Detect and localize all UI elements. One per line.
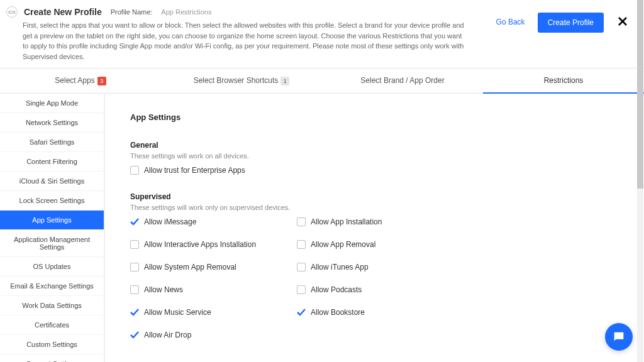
tab-badge: 1 [280, 77, 289, 85]
sidebar-item-general-settings[interactable]: General Settings [0, 354, 104, 362]
sidebar-item-single-app-mode[interactable]: Single App Mode [0, 94, 104, 113]
tab-label: Restrictions [544, 76, 584, 85]
sidebar-item-app-settings[interactable]: App Settings [0, 211, 104, 230]
group-desc: These settings will work on all devices. [130, 152, 619, 160]
option-allow-app-removal[interactable]: Allow App Removal [297, 240, 464, 249]
option-allow-interactive-apps-installation[interactable]: Allow Interactive Apps Installation [130, 240, 297, 249]
checkbox-checked-icon[interactable] [130, 217, 139, 226]
option-allow-bookstore[interactable]: Allow Bookstore [297, 308, 464, 317]
tab-restrictions[interactable]: Restrictions [483, 69, 644, 93]
option-label: Allow Podcasts [311, 285, 362, 294]
checkbox-unchecked-icon[interactable] [130, 166, 139, 175]
checkbox-checked-icon[interactable] [130, 308, 139, 317]
description: First, select the apps that you want to … [6, 20, 469, 62]
title-row: iOS Create New Profile Profile Name: App… [6, 6, 469, 18]
option-label: Allow iMessage [144, 217, 196, 226]
checkbox-unchecked-icon[interactable] [297, 285, 306, 294]
sidebar-item-icloud-siri-settings[interactable]: iCloud & Siri Settings [0, 172, 104, 191]
sidebar-item-content-filtering[interactable]: Content Filtering [0, 152, 104, 172]
checkbox-unchecked-icon[interactable] [297, 240, 306, 249]
option-allow-system-app-removal[interactable]: Allow System App Removal [130, 263, 297, 272]
sidebar-item-os-updates[interactable]: OS Updates [0, 257, 104, 277]
option-allow-news[interactable]: Allow News [130, 285, 297, 294]
checkbox-checked-icon[interactable] [297, 308, 306, 317]
scrollbar-thumb[interactable] [637, 0, 643, 189]
sidebar-item-custom-settings[interactable]: Custom Settings [0, 335, 104, 354]
os-badge: iOS [6, 6, 18, 18]
checkbox-unchecked-icon[interactable] [130, 240, 139, 249]
checkbox-unchecked-icon[interactable] [130, 285, 139, 294]
checkbox-unchecked-icon[interactable] [130, 263, 139, 272]
close-button[interactable] [614, 13, 631, 32]
sidebar-item-application-management-settings[interactable]: Application Management Settings [0, 230, 104, 257]
option-allow-podcasts[interactable]: Allow Podcasts [297, 285, 464, 294]
option-allow-app-installation[interactable]: Allow App Installation [297, 217, 464, 226]
group-title: General [130, 141, 619, 150]
header-right: Go Back Create Profile [494, 6, 631, 62]
option-label: Allow News [144, 285, 183, 294]
group-title: Supervised [130, 192, 619, 201]
header: iOS Create New Profile Profile Name: App… [0, 0, 644, 69]
tab-select-apps[interactable]: Select Apps3 [0, 69, 161, 93]
profile-name-label: Profile Name: [111, 8, 153, 16]
checkbox-unchecked-icon[interactable] [297, 263, 306, 272]
option-allow-itunes-app[interactable]: Allow iTunes App [297, 263, 464, 272]
sidebar-item-safari-settings[interactable]: Safari Settings [0, 133, 104, 152]
option-label: Allow System App Removal [144, 263, 236, 272]
section-heading: App Settings [130, 112, 619, 122]
option-label: Allow Music Service [144, 308, 211, 317]
option-label: Allow App Removal [311, 240, 375, 249]
tab-label: Select Brand / App Order [360, 76, 444, 85]
sidebar-item-network-settings[interactable]: Network Settings [0, 113, 104, 133]
tab-select-brand-app-order[interactable]: Select Brand / App Order [322, 69, 483, 93]
sidebar-item-email-exchange-settings[interactable]: Email & Exchange Settings [0, 277, 104, 296]
tab-label: Select Apps [55, 76, 94, 85]
sidebar: Single App ModeNetwork SettingsSafari Se… [0, 94, 104, 362]
create-profile-button[interactable]: Create Profile [538, 13, 604, 33]
option-label: Allow iTunes App [311, 263, 369, 272]
option-label: Allow Interactive Apps Installation [144, 240, 256, 249]
sidebar-item-work-data-settings[interactable]: Work Data Settings [0, 296, 104, 315]
close-icon [618, 16, 628, 26]
options-group: Allow iMessageAllow App InstallationAllo… [130, 217, 619, 339]
sidebar-item-certificates[interactable]: Certificates [0, 315, 104, 335]
go-back-button[interactable]: Go Back [494, 13, 528, 31]
checkbox-checked-icon[interactable] [130, 331, 139, 339]
tab-badge: 3 [97, 77, 106, 85]
option-label: Allow trust for Enterprise Apps [144, 166, 245, 175]
chat-widget[interactable] [605, 323, 633, 351]
tab-select-browser-shortcuts[interactable]: Select Browser Shortcuts1 [161, 69, 322, 93]
checkbox-unchecked-icon[interactable] [297, 217, 306, 226]
option-label: Allow Bookstore [311, 308, 365, 317]
chat-icon [612, 330, 626, 344]
body: Single App ModeNetwork SettingsSafari Se… [0, 94, 644, 362]
option-allow-air-drop[interactable]: Allow Air Drop [130, 331, 297, 339]
sidebar-item-lock-screen-settings[interactable]: Lock Screen Settings [0, 191, 104, 211]
tab-label: Select Browser Shortcuts [194, 76, 279, 85]
option-label: Allow App Installation [311, 217, 382, 226]
option-allow-trust-for-enterprise-apps[interactable]: Allow trust for Enterprise Apps [130, 166, 297, 175]
group-desc: These settings will work only on supervi… [130, 204, 619, 211]
page-title: Create New Profile [24, 7, 102, 17]
header-left: iOS Create New Profile Profile Name: App… [6, 6, 494, 62]
option-label: Allow Air Drop [144, 331, 191, 339]
option-allow-music-service[interactable]: Allow Music Service [130, 308, 297, 317]
tabs: Select Apps3Select Browser Shortcuts1Sel… [0, 69, 644, 94]
content: App Settings GeneralThese settings will … [104, 94, 644, 362]
options-group: Allow trust for Enterprise Apps [130, 166, 619, 175]
profile-name-value: App Restrictions [161, 8, 211, 16]
option-allow-imessage[interactable]: Allow iMessage [130, 217, 297, 226]
